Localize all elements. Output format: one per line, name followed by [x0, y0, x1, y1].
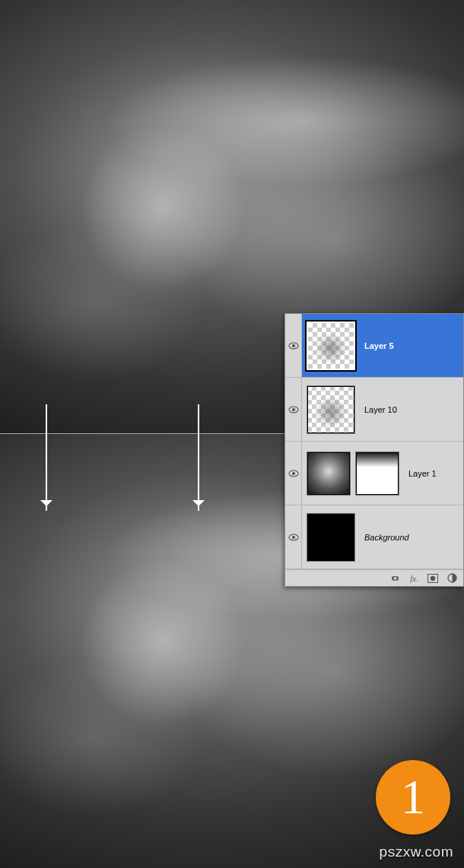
layer-row-background[interactable]: Background — [285, 505, 463, 569]
layer-name[interactable]: Layer 1 — [404, 469, 463, 478]
visibility-toggle[interactable] — [285, 314, 302, 377]
eye-icon — [288, 532, 299, 543]
fx-icon: fx. — [410, 574, 418, 583]
adjustment-layer-button[interactable] — [447, 573, 457, 583]
layer-thumbnail[interactable] — [307, 385, 355, 434]
link-layers-button[interactable] — [389, 574, 401, 583]
svg-point-5 — [291, 471, 294, 474]
svg-point-3 — [291, 407, 294, 410]
arrow-down-icon — [46, 404, 47, 511]
layers-panel-footer: fx. — [285, 569, 463, 586]
layer-name[interactable]: Layer 10 — [360, 405, 463, 414]
layer-row-layer5[interactable]: Layer 5 — [285, 314, 463, 378]
step-number-badge: 1 — [376, 760, 450, 835]
link-icon — [389, 574, 401, 583]
layers-panel: Layer 5 Layer 10 Layer 1 Background — [284, 313, 464, 587]
visibility-toggle[interactable] — [285, 442, 302, 505]
mask-icon — [427, 574, 438, 583]
eye-icon — [288, 341, 299, 351]
layer-mask-thumbnail[interactable] — [355, 451, 399, 496]
layer-name[interactable]: Background — [360, 533, 463, 542]
adjustment-icon — [447, 573, 457, 583]
visibility-toggle[interactable] — [285, 378, 302, 441]
eye-icon — [288, 468, 299, 479]
svg-point-9 — [431, 575, 435, 580]
eye-icon — [288, 404, 299, 415]
watermark: pszxw.com — [380, 844, 453, 860]
layer-name[interactable]: Layer 5 — [360, 341, 463, 350]
arrow-down-icon — [198, 404, 199, 511]
add-mask-button[interactable] — [427, 574, 438, 583]
layer-row-layer1[interactable]: Layer 1 — [285, 442, 463, 505]
layer-style-button[interactable]: fx. — [410, 574, 418, 583]
step-number: 1 — [401, 773, 425, 822]
layer-thumbnail[interactable] — [307, 322, 355, 370]
svg-point-1 — [291, 344, 294, 347]
layer-thumbnail[interactable] — [307, 451, 351, 496]
layer-row-layer10[interactable]: Layer 10 — [285, 378, 463, 442]
visibility-toggle[interactable] — [285, 505, 302, 569]
svg-point-7 — [291, 535, 294, 538]
layer-thumbnail[interactable] — [307, 513, 355, 562]
